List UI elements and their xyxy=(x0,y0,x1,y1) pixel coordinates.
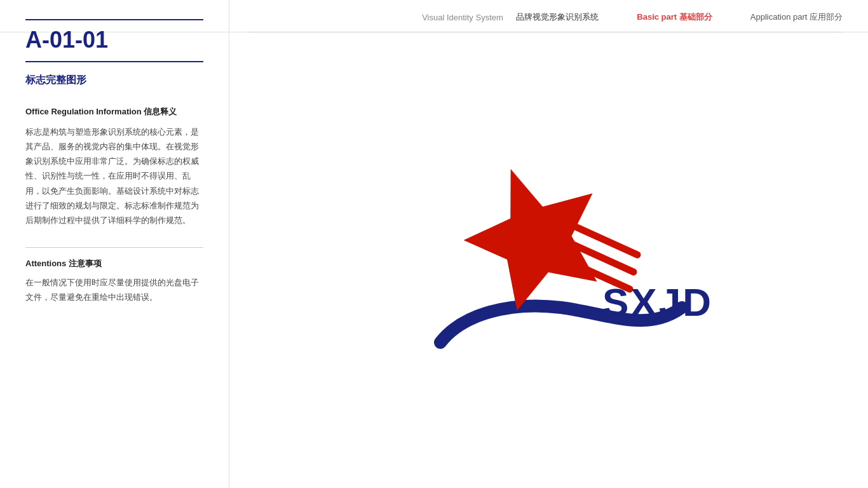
sidebar: A-01-01 标志完整图形 Office Regulation Informa… xyxy=(0,0,229,488)
nav-application-link[interactable]: Application part 应用部分 xyxy=(750,11,843,23)
section-title: 标志完整图形 xyxy=(25,74,203,87)
sxjd-logo-v2: SXJD xyxy=(399,114,717,393)
nav-separator-1 xyxy=(508,11,511,23)
main-content: SXJD xyxy=(248,44,868,488)
nav-vis-text: Visual Identity System xyxy=(422,13,503,22)
sidebar-bottom-line xyxy=(25,247,203,248)
attentions-label: Attentions 注意事项 xyxy=(25,258,203,269)
page-id: A-01-01 xyxy=(25,27,203,62)
nav-basic-link[interactable]: Basic part 基础部分 xyxy=(637,11,712,23)
logo-container: SXJD xyxy=(399,95,717,412)
top-nav-line xyxy=(248,32,843,32)
sidebar-top-line xyxy=(25,19,203,20)
info-text: 标志是构筑与塑造形象识别系统的核心元素，是其产品、服务的视觉内容的集中体现。在视… xyxy=(25,125,203,228)
info-label: Office Regulation Information 信息释义 xyxy=(25,106,203,118)
nav-brand-text: 品牌视觉形象识别系统 xyxy=(516,11,599,23)
attentions-text: 在一般情况下使用时应尽量使用提供的光盘电子文件，尽量避免在重绘中出现错误。 xyxy=(25,276,203,305)
vertical-divider xyxy=(229,0,229,488)
header-nav: Visual Identity System 品牌视觉形象识别系统 Basic … xyxy=(422,11,843,23)
svg-text:SXJD: SXJD xyxy=(602,280,713,324)
